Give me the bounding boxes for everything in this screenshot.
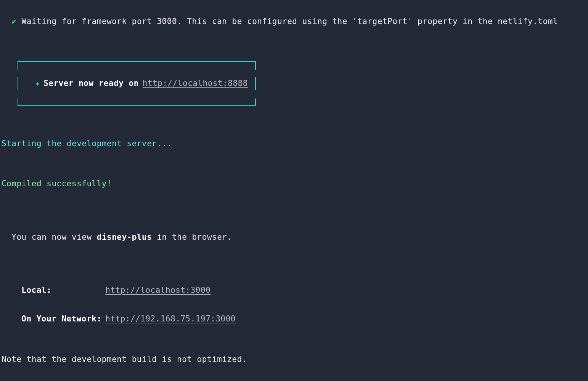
note-production-build: To create a production build, use npm ru… (2, 369, 586, 381)
compiled-success: Compiled successfully! (2, 178, 586, 190)
starting-dev-server: Starting the development server... (2, 137, 586, 150)
view-project-line: You can now view disney-plus in the brow… (2, 218, 586, 244)
local-label: Local: (21, 284, 105, 297)
local-url-link[interactable]: http://localhost:3000 (105, 286, 210, 295)
waiting-line: ✔ Waiting for framework port 3000. This … (2, 2, 586, 28)
check-icon: ✔ (11, 17, 16, 26)
note-optimization: Note that the development build is not o… (2, 353, 586, 366)
network-address-line: On Your Network:http://192.168.75.197:30… (2, 300, 586, 325)
server-url-link[interactable]: http://localhost:8888 (143, 77, 248, 90)
server-ready-box: ◈ Server now ready on http://localhost:8… (18, 61, 256, 106)
diamond-icon: ◈ (36, 79, 40, 89)
network-label: On Your Network: (21, 313, 105, 326)
network-url-link[interactable]: http://192.168.75.197:3000 (105, 314, 236, 323)
server-ready-label: Server now ready on (43, 77, 139, 90)
local-address-line: Local:http://localhost:3000 (2, 271, 586, 297)
project-name: disney-plus (97, 232, 152, 242)
waiting-text: Waiting for framework port 3000. This ca… (22, 17, 558, 26)
